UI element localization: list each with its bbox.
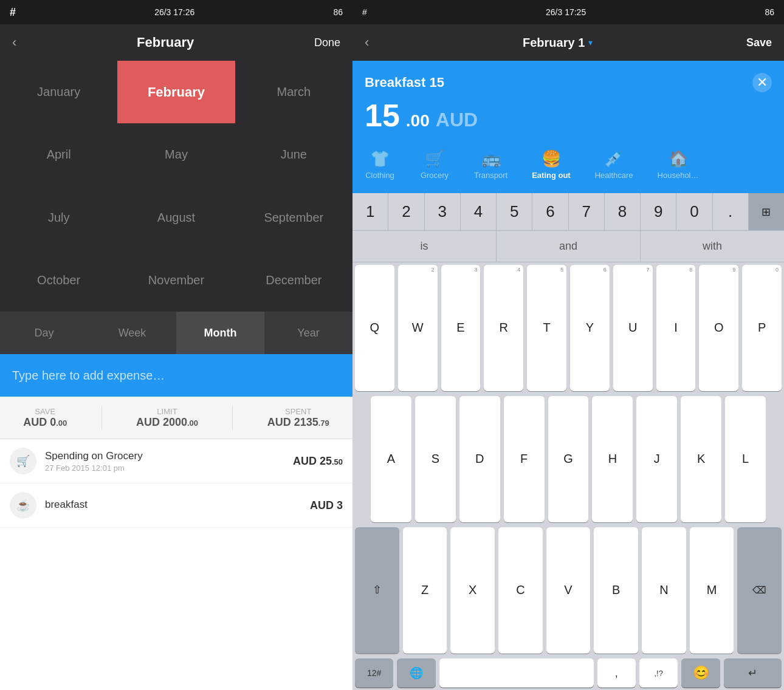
close-button[interactable]: ✕ xyxy=(752,73,772,92)
numpad-key-7[interactable]: 7 xyxy=(569,193,605,230)
key-row-3: ⇧ Z X C V B N M ⌫ xyxy=(352,525,784,656)
table-row[interactable]: ☕ breakfast AUD 3 xyxy=(0,483,352,528)
category-item-healthcare[interactable]: 💉 Healthcare xyxy=(583,146,645,183)
left-back-button[interactable]: ‹ xyxy=(12,35,16,50)
key-q[interactable]: Q xyxy=(355,265,394,391)
punct-key[interactable]: ,!? xyxy=(639,658,678,688)
right-back-button[interactable]: ‹ xyxy=(365,35,369,50)
period-tab-month[interactable]: Month xyxy=(176,312,264,354)
key-i[interactable]: 8I xyxy=(656,265,696,391)
add-expense-placeholder: Type here to add expense… xyxy=(12,369,165,383)
numpad-key-dot[interactable]: . xyxy=(713,193,749,230)
numpad-key-3[interactable]: 3 xyxy=(425,193,461,230)
expense-amount-grocery: AUD 25.50 xyxy=(293,455,343,468)
keyboard-rows: Q 2W 3E 4R 5T 6Y 7U 8I 9O 0P A S D F G H… xyxy=(352,262,784,690)
right-nav-title: February 1 xyxy=(523,36,585,50)
month-cell-feb[interactable]: February xyxy=(117,61,235,123)
key-o[interactable]: 9O xyxy=(699,265,738,391)
numpad-key-8[interactable]: 8 xyxy=(605,193,641,230)
shift-key[interactable]: ⇧ xyxy=(355,527,399,654)
numpad-key-6[interactable]: 6 xyxy=(532,193,568,230)
key-l[interactable]: L xyxy=(725,396,766,522)
category-item-clothing[interactable]: 👕 Clothing xyxy=(352,146,407,183)
summary-spent-value: AUD 2135.79 xyxy=(267,416,329,429)
expense-amount-row: 15 .00 AUD xyxy=(365,100,772,131)
emoji-key[interactable]: 😊 xyxy=(681,658,720,688)
key-w[interactable]: 2W xyxy=(398,265,438,391)
period-tab-day[interactable]: Day xyxy=(0,312,88,354)
key-e[interactable]: 3E xyxy=(441,265,481,391)
suggestion-with[interactable]: with xyxy=(641,231,784,262)
numpad-container: 1 2 3 4 5 6 7 8 9 0 . ⊞ is and with Q 2W… xyxy=(352,193,784,690)
month-cell-jul[interactable]: July xyxy=(0,186,117,249)
numpad-key-5[interactable]: 5 xyxy=(497,193,532,230)
category-item-transport[interactable]: 🚌 Transport xyxy=(462,146,520,183)
category-item-eating[interactable]: 🍔 Eating out xyxy=(520,146,583,183)
key-v[interactable]: V xyxy=(546,527,591,654)
key-d[interactable]: D xyxy=(459,396,500,522)
left-done-button[interactable]: Done xyxy=(314,36,340,49)
key-a[interactable]: A xyxy=(371,396,411,522)
comma-key[interactable]: , xyxy=(597,658,636,688)
right-dropdown-arrow: ▾ xyxy=(588,38,593,47)
key-h[interactable]: H xyxy=(592,396,633,522)
month-cell-jun[interactable]: June xyxy=(235,123,352,186)
num-switch-key[interactable]: 12# xyxy=(355,658,393,688)
household-icon: 🏠 xyxy=(669,149,688,168)
month-cell-apr[interactable]: April xyxy=(0,123,117,186)
month-cell-aug[interactable]: August xyxy=(117,186,235,249)
key-y[interactable]: 6Y xyxy=(570,265,610,391)
numpad-key-action[interactable]: ⊞ xyxy=(749,193,784,230)
key-x[interactable]: X xyxy=(450,527,495,654)
key-f[interactable]: F xyxy=(504,396,545,522)
space-key[interactable] xyxy=(439,658,594,688)
numpad-key-0[interactable]: 0 xyxy=(676,193,712,230)
right-status-bar: # 26/3 17:25 86 xyxy=(352,0,784,24)
key-z[interactable]: Z xyxy=(403,527,447,654)
category-item-grocery[interactable]: 🛒 Grocery xyxy=(407,146,462,183)
key-s[interactable]: S xyxy=(415,396,456,522)
left-nav-bar: ‹ February Done xyxy=(0,24,352,61)
numpad-key-4[interactable]: 4 xyxy=(461,193,497,230)
enter-key[interactable]: ↵ xyxy=(724,658,782,688)
key-u[interactable]: 7U xyxy=(613,265,653,391)
month-cell-nov[interactable]: November xyxy=(117,249,235,312)
expense-name-breakfast: breakfast xyxy=(45,499,310,511)
period-tab-week[interactable]: Week xyxy=(88,312,176,354)
month-cell-oct[interactable]: October xyxy=(0,249,117,312)
key-m[interactable]: M xyxy=(690,527,734,654)
key-b[interactable]: B xyxy=(594,527,638,654)
table-row[interactable]: 🛒 Spending on Grocery 27 Feb 2015 12:01 … xyxy=(0,439,352,483)
backspace-key[interactable]: ⌫ xyxy=(737,527,782,654)
key-g[interactable]: G xyxy=(548,396,589,522)
numpad-key-2[interactable]: 2 xyxy=(388,193,424,230)
key-j[interactable]: J xyxy=(636,396,677,522)
household-label: Househol… xyxy=(658,171,699,180)
right-panel: # 26/3 17:25 86 ‹ February 1 ▾ Save Brea… xyxy=(352,0,784,690)
right-title-group[interactable]: February 1 ▾ xyxy=(523,36,593,50)
add-expense-bar[interactable]: Type here to add expense… xyxy=(0,354,352,397)
globe-key[interactable]: 🌐 xyxy=(397,658,435,688)
summary-limit-label: Limit xyxy=(136,407,198,416)
month-cell-may[interactable]: May xyxy=(117,123,235,186)
key-c[interactable]: C xyxy=(498,527,543,654)
month-cell-jan[interactable]: January xyxy=(0,61,117,123)
key-k[interactable]: K xyxy=(681,396,721,522)
suggestion-and[interactable]: and xyxy=(497,231,641,262)
month-cell-dec[interactable]: December xyxy=(235,249,352,312)
period-tab-year[interactable]: Year xyxy=(264,312,352,354)
suggestion-is[interactable]: is xyxy=(352,231,497,262)
key-p[interactable]: 0P xyxy=(742,265,782,391)
key-t[interactable]: 5T xyxy=(527,265,566,391)
category-item-household[interactable]: 🏠 Househol… xyxy=(645,146,711,183)
numpad-key-1[interactable]: 1 xyxy=(352,193,388,230)
key-r[interactable]: 4R xyxy=(484,265,523,391)
right-save-button[interactable]: Save xyxy=(746,36,772,49)
month-cell-sep[interactable]: September xyxy=(235,186,352,249)
summary-save: Save AUD 0.00 xyxy=(23,407,67,429)
expense-amount-breakfast: AUD 3 xyxy=(310,499,343,512)
summary-spent: Spent AUD 2135.79 xyxy=(267,407,329,429)
numpad-key-9[interactable]: 9 xyxy=(641,193,676,230)
month-cell-mar[interactable]: March xyxy=(235,61,352,123)
key-n[interactable]: N xyxy=(642,527,686,654)
